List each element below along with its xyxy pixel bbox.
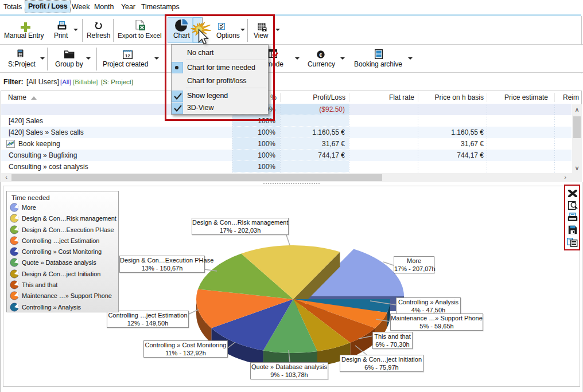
svg-text:€: € bbox=[319, 52, 322, 58]
svg-text:12: 12 bbox=[125, 53, 130, 58]
